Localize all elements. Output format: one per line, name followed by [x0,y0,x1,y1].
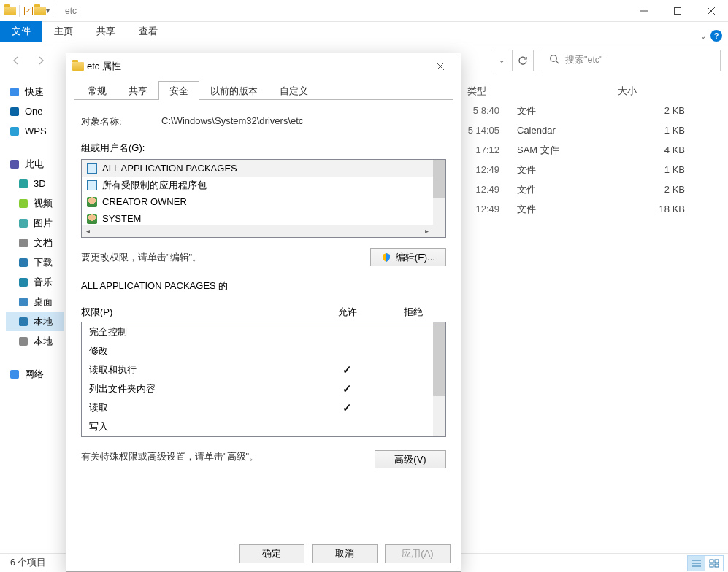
permission-name: 读取 [89,401,314,414]
sidebar-item[interactable]: 音乐 [6,272,64,292]
sidebar-item-label: 下载 [34,256,53,269]
perm-vscrollbar[interactable] [433,322,445,436]
search-input[interactable]: 搜索"etc" [543,50,721,72]
cube-icon [18,178,29,190]
sidebar-item[interactable]: 桌面 [6,292,64,312]
apply-button[interactable]: 应用(A) [385,544,451,563]
tab-home[interactable]: 主页 [42,21,85,42]
sidebar-item[interactable]: 图片 [6,213,64,233]
permission-row: 修改 [82,341,445,360]
file-row[interactable]: 12:49文件18 KB [445,199,728,219]
sidebar-item[interactable]: 本地 [6,312,64,331]
sidebar-item[interactable]: WPS [6,121,64,141]
win-icon [18,316,29,328]
dialog-title-bar[interactable]: etc 属性 [66,53,461,80]
nav-back-button[interactable] [6,52,26,69]
principal-name: SYSTEM [102,213,141,224]
perm-title-2: 权限(P) [81,306,315,319]
listbox-vscrollbar[interactable] [433,160,445,225]
column-headers[interactable]: 类型 大小 [459,82,728,101]
cloud2-icon [9,125,20,137]
sidebar-item-label: One [25,106,43,117]
advanced-button[interactable]: 高级(V) [375,450,446,468]
column-header-type[interactable]: 类型 [460,85,567,98]
file-row[interactable]: 12:49文件1 KB [445,160,728,179]
help-icon[interactable]: ? [710,30,722,42]
file-row[interactable]: 17:12SAM 文件4 KB [445,140,728,160]
sidebar-item[interactable]: 文档 [6,233,64,252]
dialog-close-button[interactable] [426,56,455,77]
file-row[interactable]: 5 8:40文件2 KB [445,101,728,120]
permission-row: 读取✓ [82,398,445,417]
permissions-listbox[interactable]: 完全控制修改读取和执行✓列出文件夹内容✓读取✓写入 [81,322,446,437]
permission-name: 完全控制 [89,325,314,339]
sidebar-item[interactable]: 快速 [6,82,64,101]
qat-newfolder-icon[interactable] [34,5,46,17]
tab-security[interactable]: 安全 [158,81,199,100]
svg-rect-4 [710,564,713,567]
file-row[interactable]: 12:49文件2 KB [445,179,728,199]
refresh-button[interactable] [512,50,534,72]
sidebar-item-label: 桌面 [34,295,53,309]
sidebar-item[interactable]: 此电 [6,154,64,174]
sidebar-item-label: 本地 [34,315,53,328]
view-details-icon[interactable] [688,556,705,571]
permission-row: 列出文件夹内容✓ [82,379,445,398]
window-maximize-button[interactable] [661,0,694,22]
tab-general[interactable]: 常规 [77,81,118,100]
principal-name: ALL APPLICATION PACKAGES [102,163,237,174]
sidebar-item[interactable]: 下载 [6,252,64,272]
ribbon-expand-icon[interactable]: ⌄ [700,32,706,40]
ok-button[interactable]: 确定 [239,544,304,563]
user-icon [86,213,98,225]
sidebar-item[interactable]: 3D [6,174,64,193]
sidebar-item[interactable]: 网络 [6,364,64,384]
qat-dropdown-icon[interactable]: ▾ [46,7,50,15]
pc-icon [9,158,20,170]
sidebar-item-label: 视频 [34,197,53,210]
view-thumbnails-icon[interactable] [705,556,723,571]
sidebar-item[interactable]: 视频 [6,193,64,213]
dialog-buttons: 确定 取消 应用(A) [66,536,461,571]
sidebar-item-label: 此电 [25,158,44,171]
permission-name: 写入 [89,420,314,433]
cell-size: 2 KB [635,184,701,195]
principal-row[interactable]: CREATOR OWNER [82,193,445,210]
window-minimize-button[interactable] [627,0,661,22]
tab-sharing[interactable]: 共享 [118,81,158,100]
column-header-size[interactable]: 大小 [610,85,676,98]
principal-name: 所有受限制的应用程序包 [102,179,207,192]
cell-size: 4 KB [635,144,701,155]
qat-properties-icon[interactable]: ✓ [23,5,34,17]
pkg-icon [86,179,98,191]
cell-size: 1 KB [635,164,701,175]
listbox-hscrollbar[interactable]: ◂▸ [82,225,433,237]
cell-type: 文件 [510,183,616,196]
sidebar-item-label: WPS [25,125,47,136]
tab-share[interactable]: 共享 [85,21,127,42]
cell-type: SAM 文件 [510,144,616,157]
sidebar-item-label: 音乐 [34,276,53,289]
user-icon [86,196,98,208]
edit-button[interactable]: 编辑(E)... [370,248,446,266]
principals-listbox[interactable]: ALL APPLICATION PACKAGES所有受限制的应用程序包CREAT… [81,159,446,238]
file-row[interactable]: 5 14:05Calendar1 KB [445,120,728,140]
cell-size: 2 KB [635,105,701,116]
tab-previous-versions[interactable]: 以前的版本 [199,81,269,100]
view-toggle[interactable] [687,555,724,571]
address-dropdown-button[interactable]: ⌄ [491,50,513,72]
principal-row[interactable]: 所有受限制的应用程序包 [82,177,445,193]
object-name-label: 对象名称: [81,115,161,128]
cell-type: 文件 [510,104,616,117]
window-close-button[interactable] [694,0,728,22]
tab-customize[interactable]: 自定义 [269,81,319,100]
down-icon [18,257,29,268]
principal-row[interactable]: ALL APPLICATION PACKAGES [82,160,445,177]
nav-forward-button[interactable] [31,52,51,69]
sidebar-item[interactable]: 本地 [6,331,64,351]
doc-icon [18,237,29,249]
sidebar-item[interactable]: One [6,101,64,121]
tab-file[interactable]: 文件 [0,21,42,42]
cancel-button[interactable]: 取消 [312,544,378,563]
tab-view[interactable]: 查看 [127,21,169,42]
